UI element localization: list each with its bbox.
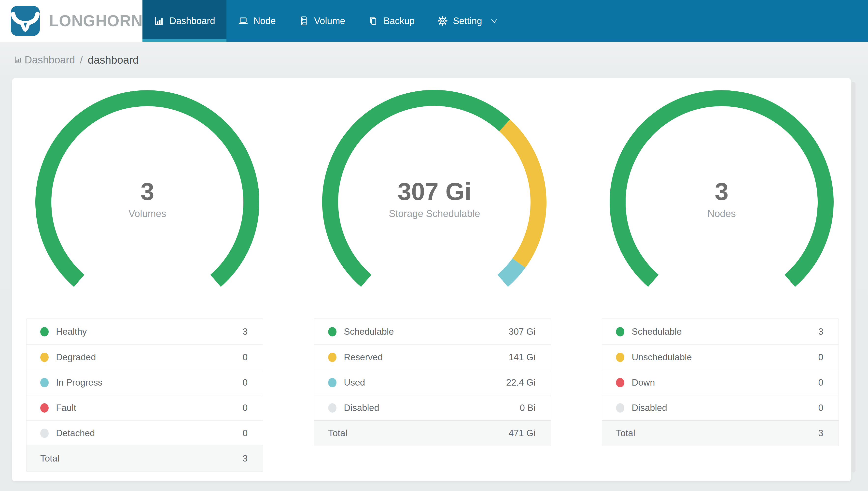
legend-value: 0 <box>818 377 823 388</box>
nav-item-dashboard[interactable]: Dashboard <box>143 0 226 42</box>
legend-row: Disabled0 Bi <box>314 395 551 420</box>
legend-total-row: Total 471 Gi <box>314 420 551 446</box>
storage-gauge-chart: 307 Gi Storage Schedulable <box>321 89 548 315</box>
longhorn-logo-icon <box>11 6 40 36</box>
red-status-dot-icon <box>616 378 624 387</box>
legend-label: Degraded <box>56 352 242 363</box>
bar-chart-icon <box>14 56 23 64</box>
volumes-legend-table: Healthy3Degraded0In Progress0Fault0Detac… <box>26 318 263 471</box>
green-status-dot-icon <box>616 327 624 337</box>
green-status-dot-icon <box>40 327 49 337</box>
legend-label: In Progress <box>56 377 242 388</box>
legend-label: Reserved <box>344 352 509 363</box>
nav-menu: Dashboard Node V <box>143 0 510 42</box>
legend-total-row: Total 3 <box>602 420 839 446</box>
legend-value: 0 Bi <box>520 403 535 413</box>
nav-item-label: Node <box>253 16 276 26</box>
legend-value: 3 <box>242 326 248 337</box>
storage-legend-table: Schedulable307 GiReserved141 GiUsed22.4 … <box>314 318 551 446</box>
legend-row: Disabled0 <box>602 395 839 420</box>
yellow-status-dot-icon <box>40 353 49 362</box>
legend-value: 22.4 Gi <box>506 377 535 388</box>
gray-status-dot-icon <box>40 429 49 438</box>
legend-value: 307 Gi <box>509 326 535 337</box>
breadcrumb: Dashboard / dashboard <box>14 42 139 78</box>
gauge-center-value: 3 <box>715 179 728 204</box>
total-value: 3 <box>818 428 823 438</box>
legend-value: 0 <box>242 352 248 363</box>
legend-row: Reserved141 Gi <box>314 344 551 370</box>
logo[interactable]: LONGHORN <box>0 0 143 42</box>
legend-row: Schedulable3 <box>602 319 839 344</box>
nav-item-label: Backup <box>384 16 415 26</box>
nodes-legend-table: Schedulable3Unschedulable0Down0Disabled0… <box>602 318 839 446</box>
nav-item-volume[interactable]: Volume <box>287 0 356 42</box>
teal-status-dot-icon <box>40 378 49 387</box>
nav-item-setting[interactable]: Setting <box>426 0 509 42</box>
gear-icon <box>437 16 448 26</box>
yellow-status-dot-icon <box>616 353 624 362</box>
total-value: 471 Gi <box>509 428 535 438</box>
nav-item-backup[interactable]: Backup <box>356 0 426 42</box>
nav-item-label: Setting <box>453 16 482 26</box>
brand-name: LONGHORN <box>49 12 143 30</box>
legend-row: Used22.4 Gi <box>314 370 551 395</box>
legend-label: Fault <box>56 403 242 413</box>
legend-label: Schedulable <box>344 326 509 337</box>
database-icon <box>299 16 309 26</box>
breadcrumb-section: Dashboard <box>25 54 75 66</box>
legend-value: 141 Gi <box>509 352 535 363</box>
legend-label: Disabled <box>344 403 520 413</box>
total-label: Total <box>328 428 509 438</box>
gauge-center-label: Volumes <box>128 209 166 219</box>
legend-value: 0 <box>242 377 248 388</box>
laptop-icon <box>238 16 249 26</box>
nav-item-label: Volume <box>314 16 345 26</box>
gray-status-dot-icon <box>328 403 337 413</box>
legend-row: Fault0 <box>27 395 263 420</box>
breadcrumb-dashboard-link[interactable]: Dashboard <box>14 54 75 66</box>
vertical-scrollbar-thumb[interactable] <box>851 82 856 472</box>
legend-value: 3 <box>818 326 823 337</box>
copy-icon <box>368 16 379 26</box>
nav-item-node[interactable]: Node <box>226 0 287 42</box>
green-status-dot-icon <box>328 327 337 337</box>
legend-value: 0 <box>242 403 248 413</box>
volumes-gauge-chart: 3 Volumes <box>34 89 260 315</box>
top-navbar: LONGHORN Dashboard Node <box>0 0 868 42</box>
legend-row: Down0 <box>602 370 839 395</box>
legend-label: Unschedulable <box>632 352 818 363</box>
gauge-center-value: 3 <box>141 179 154 204</box>
legend-row: In Progress0 <box>27 370 263 395</box>
chevron-down-icon <box>490 17 498 25</box>
legend-label: Detached <box>56 428 242 438</box>
legend-value: 0 <box>818 403 823 413</box>
breadcrumb-current-page: dashboard <box>88 54 139 66</box>
legend-label: Healthy <box>56 326 242 337</box>
total-label: Total <box>40 454 242 464</box>
nodes-gauge-chart: 3 Nodes <box>609 89 835 315</box>
legend-row: Detached0 <box>27 420 263 445</box>
gray-status-dot-icon <box>616 403 624 413</box>
legend-label: Down <box>632 377 818 388</box>
legend-row: Schedulable307 Gi <box>314 319 551 344</box>
gauge-center-label: Storage Schedulable <box>389 209 480 219</box>
legend-row: Degraded0 <box>27 344 263 370</box>
legend-label: Schedulable <box>632 326 818 337</box>
red-status-dot-icon <box>40 403 49 413</box>
legend-label: Disabled <box>632 403 818 413</box>
legend-value: 0 <box>242 428 248 438</box>
bar-chart-icon <box>154 16 164 26</box>
yellow-status-dot-icon <box>328 353 337 362</box>
legend-row: Unschedulable0 <box>602 344 839 370</box>
teal-status-dot-icon <box>328 378 337 387</box>
gauge-center-value: 307 Gi <box>398 179 471 204</box>
total-value: 3 <box>242 454 248 464</box>
legend-label: Used <box>344 377 506 388</box>
legend-row: Healthy3 <box>27 319 263 344</box>
legend-total-row: Total 3 <box>27 445 263 471</box>
breadcrumb-separator: / <box>78 54 85 66</box>
nav-item-label: Dashboard <box>169 16 215 26</box>
total-label: Total <box>616 428 818 438</box>
gauge-center-label: Nodes <box>707 209 736 219</box>
